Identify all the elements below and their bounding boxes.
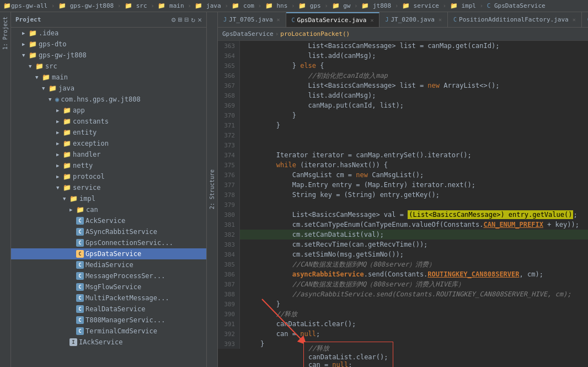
- tree-label-java: java: [58, 84, 74, 92]
- line-num-372: 372: [218, 130, 240, 140]
- line-content-385: //CAN数据发送数据到MQ（808server）消费）: [240, 259, 435, 269]
- line-content-364: list.add(canMsg);: [240, 51, 376, 61]
- line-content-372: [240, 130, 244, 140]
- line-content-367: List<BasicsCanMessage> list = new ArrayL…: [240, 81, 499, 91]
- tree-label-impl: impl: [79, 195, 95, 203]
- tree-label-can: can: [86, 206, 98, 214]
- tree-item-handler[interactable]: ▶ 📁 handler: [11, 149, 206, 160]
- line-num-384: 384: [218, 249, 240, 259]
- code-line-368: 368 list.add(canMsg);: [218, 91, 588, 100]
- tree-item-impl[interactable]: ▼ 📁 impl: [11, 193, 206, 204]
- line-content-378: String key = (String) entry.getKey();: [240, 190, 440, 200]
- tree-item-src[interactable]: ▼ 📁 src: [11, 61, 206, 72]
- line-content-376: CanMsgList cm = new CanMsgList();: [240, 170, 424, 180]
- tree-item-t808manager[interactable]: C T808ManagerServic...: [11, 315, 206, 326]
- line-num-382: 382: [218, 230, 240, 240]
- structure-sidebar[interactable]: 2: Structure: [207, 12, 218, 367]
- line-num-370: 370: [218, 110, 240, 120]
- tree-item-asyncrabbit[interactable]: C ASyncRabbitService: [11, 226, 206, 237]
- tab-icon-jt0705: J: [223, 17, 227, 23]
- tab-icon-gpsdataservice: C: [292, 17, 295, 23]
- tree-item-gpsdataservice[interactable]: C GpsDataService: [11, 248, 206, 259]
- line-content-368: list.add(canMsg);: [240, 91, 376, 100]
- sidebar-settings-icon[interactable]: ⚙: [172, 15, 176, 24]
- tree-item-main[interactable]: ▼ 📁 main: [11, 72, 206, 83]
- folder-icon-gpsgwjt808: 📁: [29, 51, 37, 59]
- code-line-380: 380 List<BasicsCanMessage> val = (List<B…: [218, 210, 588, 220]
- tree-item-app[interactable]: ▶ 📁 app: [11, 105, 206, 116]
- tab-positionfactory[interactable]: C PositionAdditionalFactory.java ✕: [448, 12, 582, 27]
- line-num-381: 381: [218, 220, 240, 230]
- line-content-379: [240, 200, 244, 210]
- tree-item-entity[interactable]: ▶ 📁 entity: [11, 127, 206, 138]
- tab-close-jt0705[interactable]: ✕: [277, 17, 280, 23]
- line-num-383: 383: [218, 240, 240, 249]
- tree-item-msgflow[interactable]: C MsgFlowService: [11, 281, 206, 292]
- tree-arrow-app: ▶: [56, 108, 63, 113]
- code-method-name: proLocationPacket(): [280, 30, 350, 38]
- tree-item-java[interactable]: ▼ 📁 java: [11, 83, 206, 94]
- tree-item-terminalcmd[interactable]: C TerminalCmdService: [11, 326, 206, 337]
- editor-tabs-bar: J JT_0705.java ✕ C GpsDataService.java ✕…: [218, 12, 588, 28]
- tree-arrow-service: ▼: [56, 185, 63, 190]
- tree-item-service[interactable]: ▼ 📁 service: [11, 182, 206, 193]
- project-tab[interactable]: 1: Project: [1, 14, 9, 52]
- tree-item-realdata[interactable]: C RealDataService: [11, 304, 206, 315]
- sidebar-close-icon[interactable]: ✕: [197, 15, 202, 24]
- folder-icon-exception: 📁: [63, 140, 71, 147]
- tree-item-gpsdto[interactable]: ▶ 📁 gps-dto: [11, 39, 206, 50]
- tree-item-exception[interactable]: ▶ 📁 exception: [11, 138, 206, 149]
- code-editor[interactable]: 363 List<BasicsCanMessage> list = canMap…: [218, 41, 588, 367]
- tree-item-gpsconn[interactable]: C GpsConnectionServic...: [11, 237, 206, 248]
- line-content-363: List<BasicsCanMessage> list = canMap.get…: [240, 41, 499, 51]
- code-line-366: 366 //初始化把canId放入map: [218, 71, 588, 81]
- line-content-366: //初始化把canId放入map: [240, 71, 388, 81]
- folder-icon-java: 📁: [49, 84, 57, 92]
- tree-item-can[interactable]: ▶ 📁 can: [11, 204, 206, 215]
- tree-item-constants[interactable]: ▶ 📁 constants: [11, 116, 206, 127]
- tree-item-ackservice[interactable]: C AckService: [11, 215, 206, 226]
- line-content-389: }: [240, 299, 280, 309]
- sidebar-collapse-icon[interactable]: ⊟: [185, 15, 189, 24]
- folder-icon-gpsdto: 📁: [29, 40, 37, 48]
- line-num-374: 374: [218, 150, 240, 160]
- sidebar-refresh-icon[interactable]: ↻: [191, 15, 195, 24]
- line-content-392: can = null;: [240, 329, 320, 339]
- tree-item-protocol[interactable]: ▶ 📁 protocol: [11, 171, 206, 182]
- tree-item-mediaservice[interactable]: C MediaService: [11, 259, 206, 270]
- tree-item-msgprocess[interactable]: C MessageProcessSer...: [11, 270, 206, 281]
- line-content-391: canDataList.clear();: [240, 319, 356, 329]
- line-num-387: 387: [218, 279, 240, 289]
- tree-item-multipacket[interactable]: C MultiPacketMessage...: [11, 292, 206, 304]
- tree-label-src: src: [45, 62, 57, 70]
- annotation-comment: //释放: [308, 344, 388, 353]
- tab-candata[interactable]: C CanData... ✕: [582, 12, 588, 27]
- line-content-365: } else {: [240, 61, 324, 71]
- tree-arrow-main: ▼: [35, 75, 42, 80]
- tree-item-iackservice[interactable]: I IAckService: [11, 337, 206, 348]
- tree-label-asyncrabbit: ASyncRabbitService: [85, 228, 157, 236]
- code-line-371: 371 }: [218, 120, 588, 130]
- tree-label-app: app: [73, 107, 85, 114]
- line-num-391: 391: [218, 319, 240, 329]
- vertical-tab-strip: 1: Project: [0, 12, 11, 367]
- code-line-382: 382 cm.setCanDataList(val);: [218, 230, 588, 240]
- tab-close-gpsdataservice[interactable]: ✕: [370, 17, 373, 23]
- folder-icon-impl: 📁: [70, 195, 78, 203]
- tree-item-package[interactable]: ▼ ◉ com.hns.gps.gw.jt808: [11, 94, 206, 105]
- tab-close-positionfactory[interactable]: ✕: [573, 17, 576, 23]
- tree-arrow-handler: ▶: [56, 152, 63, 157]
- tree-item-gpsgwjt808[interactable]: ▼ 📁 gps-gw-jt808: [11, 50, 206, 61]
- tree-item-idea[interactable]: ▶ 📁 .idea: [11, 28, 206, 39]
- tree-item-netty[interactable]: ▶ 📁 netty: [11, 160, 206, 171]
- tab-jt0200[interactable]: J JT_0200.java ✕: [379, 12, 448, 27]
- tab-jt0705[interactable]: J JT_0705.java ✕: [218, 12, 286, 27]
- tab-gpsdataservice[interactable]: C GpsDataService.java ✕: [286, 12, 380, 27]
- tab-close-jt0200[interactable]: ✕: [439, 17, 442, 23]
- tree-label-gpsgwjt808: gps-gw-jt808: [39, 51, 87, 59]
- project-sidebar: Project ⚙ ⊞ ⊟ ↻ ✕ ▶ 📁 .idea: [11, 12, 207, 367]
- sidebar-expand-icon[interactable]: ⊞: [178, 15, 183, 24]
- code-line-364: 364 list.add(canMsg);: [218, 51, 588, 61]
- code-line-391: 391 canDataList.clear();: [218, 319, 588, 329]
- code-line-393: 393 }: [218, 339, 588, 349]
